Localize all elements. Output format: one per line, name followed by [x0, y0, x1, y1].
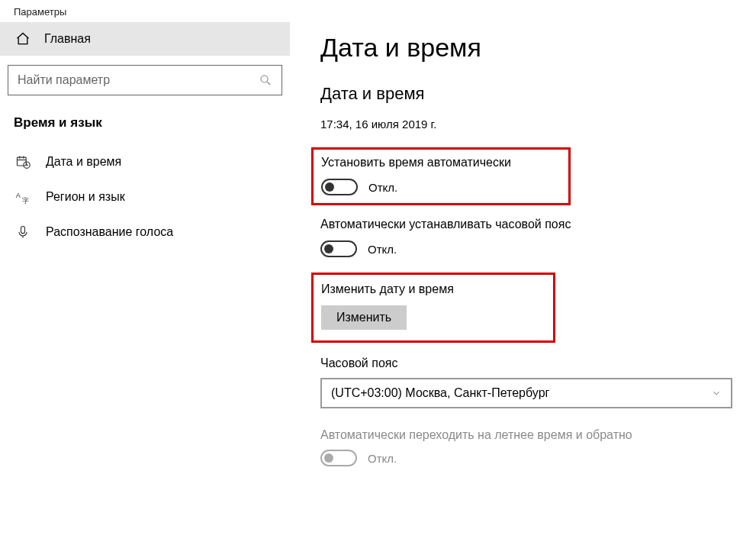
sidebar-item-speech[interactable]: Распознавание голоса: [0, 215, 290, 250]
layout: Главная Время и язык: [0, 22, 756, 540]
sidebar-section-header: Время и язык: [0, 109, 290, 144]
auto-tz-block: Автоматически устанавливать часовой пояс…: [320, 218, 733, 257]
auto-time-toggle[interactable]: [321, 179, 358, 195]
sidebar-item-date-time[interactable]: Дата и время: [0, 144, 290, 179]
svg-text:字: 字: [22, 197, 29, 205]
search-container: [0, 56, 290, 109]
auto-time-state: Откл.: [368, 181, 397, 194]
main-panel: Дата и время Дата и время 17:34, 16 июля…: [290, 22, 756, 540]
chevron-down-icon: [711, 388, 722, 398]
svg-rect-11: [21, 227, 25, 234]
auto-time-label: Установить время автоматически: [321, 156, 561, 169]
microphone-icon: [15, 224, 31, 240]
highlight-auto-time: Установить время автоматически Откл.: [311, 147, 571, 205]
toggle-knob: [325, 182, 334, 192]
calendar-clock-icon: [15, 154, 31, 169]
timezone-select[interactable]: (UTC+03:00) Москва, Санкт-Петербург: [320, 378, 732, 408]
search-icon: [259, 73, 272, 87]
sidebar-item-label: Дата и время: [46, 155, 121, 169]
dst-state: Откл.: [368, 452, 397, 465]
section-subtitle: Дата и время: [320, 84, 733, 104]
window-title: Параметры: [0, 0, 756, 22]
change-button[interactable]: Изменить: [321, 305, 407, 330]
svg-point-0: [261, 76, 268, 82]
timezone-selected-value: (UTC+03:00) Москва, Санкт-Петербург: [331, 386, 549, 400]
home-nav-item[interactable]: Главная: [0, 22, 290, 56]
sidebar-item-label: Распознавание голоса: [46, 225, 173, 239]
highlight-change-dt: Изменить дату и время Изменить: [311, 273, 555, 343]
svg-line-8: [27, 165, 28, 166]
sidebar: Главная Время и язык: [0, 22, 290, 540]
change-dt-label: Изменить дату и время: [321, 282, 545, 296]
svg-text:A: A: [16, 192, 21, 199]
dst-label: Автоматически переходить на летнее время…: [320, 428, 733, 442]
page-title: Дата и время: [320, 33, 733, 63]
sidebar-item-region-language[interactable]: A 字 Регион и язык: [0, 179, 290, 215]
sidebar-item-label: Регион и язык: [46, 190, 125, 204]
dst-toggle-row: Откл.: [320, 450, 733, 466]
toggle-knob: [324, 453, 333, 463]
auto-tz-toggle-row: Откл.: [320, 240, 733, 257]
auto-time-toggle-row: Откл.: [321, 179, 561, 195]
home-icon: [15, 31, 31, 47]
dst-toggle: [320, 450, 357, 466]
auto-tz-label: Автоматически устанавливать часовой пояс: [320, 218, 733, 231]
language-icon: A 字: [15, 189, 31, 205]
search-box[interactable]: [8, 65, 282, 95]
toggle-knob: [324, 244, 333, 253]
timezone-label: Часовой пояс: [320, 356, 733, 370]
svg-line-1: [267, 82, 270, 85]
search-input[interactable]: [18, 73, 259, 87]
svg-rect-2: [18, 157, 27, 166]
auto-tz-toggle[interactable]: [320, 240, 357, 257]
auto-tz-state: Откл.: [368, 243, 397, 256]
home-label: Главная: [44, 32, 91, 46]
current-datetime: 17:34, 16 июля 2019 г.: [320, 118, 733, 131]
